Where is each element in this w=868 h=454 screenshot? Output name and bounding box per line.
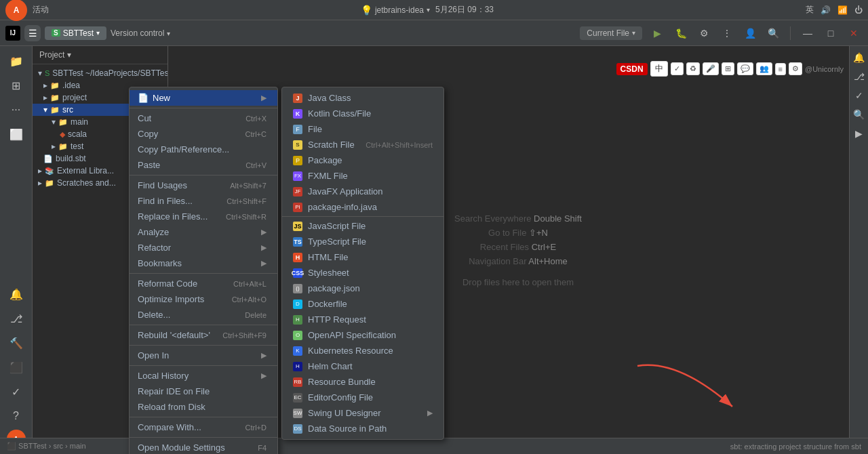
submenu-item-openapi[interactable]: O OpenAPI Specification: [282, 327, 443, 343]
volume-icon: 🔊: [821, 5, 831, 15]
menu-item-open-in[interactable]: Open In ▶: [130, 348, 277, 363]
debug-button[interactable]: 🐛: [672, 24, 690, 42]
submenu-item-resource-bundle[interactable]: RB Resource Bundle: [282, 374, 443, 390]
menu-item-bookmarks[interactable]: Bookmarks ▶: [130, 255, 277, 271]
submenu-item-editorconfig[interactable]: EC EditorConfig File: [282, 390, 443, 405]
submenu-item-docker[interactable]: D Dockerfile: [282, 296, 443, 312]
menu-item-local-history[interactable]: Local History ▶: [130, 368, 277, 384]
menu-item-refactor[interactable]: Refactor ▶: [130, 240, 277, 255]
csdn-users[interactable]: 👥: [756, 62, 772, 75]
run-button[interactable]: ▶: [648, 24, 667, 43]
pkginfo-icon: PI: [293, 203, 302, 212]
version-control-btn[interactable]: Version control ▾: [111, 28, 170, 38]
submenu-item-kotlin[interactable]: K Kotlin Class/File: [282, 106, 443, 121]
submenu-item-scratch[interactable]: S Scratch File Ctrl+Alt+Shift+Insert: [282, 137, 443, 152]
project-tab[interactable]: S SBTTest ▾: [45, 26, 106, 40]
csdn-chinese[interactable]: 中: [650, 61, 668, 77]
menu-item-repair-ide[interactable]: Repair IDE on File: [130, 384, 277, 399]
search-button[interactable]: 🔍: [764, 24, 782, 42]
menu-divider: [130, 417, 277, 417]
right-todo-btn[interactable]: ✓: [850, 87, 868, 104]
folder-icon: 📁: [50, 94, 60, 102]
sidebar-icon-help[interactable]: ?: [5, 405, 27, 427]
folder-collapse-icon: ▸: [43, 81, 47, 90]
menu-item-paste[interactable]: Paste Ctrl+V: [130, 157, 277, 173]
sidebar-icon-window[interactable]: ⬜: [5, 123, 27, 145]
submenu-item-datasource[interactable]: DS Data Source in Path: [282, 421, 443, 436]
menu-item-cut[interactable]: Cut Ctrl+X: [130, 110, 277, 126]
menu-item-module-settings[interactable]: Open Module Settings F4: [130, 440, 277, 454]
right-vcs-btn[interactable]: ⎇: [850, 68, 868, 85]
submenu-item-swing[interactable]: SW Swing UI Designer ▶: [282, 405, 443, 421]
user-button[interactable]: 👤: [741, 24, 759, 42]
menu-item-analyze[interactable]: Analyze ▶: [130, 224, 277, 240]
settings-button[interactable]: ⚙: [695, 24, 713, 42]
tree-label: .idea: [62, 81, 80, 90]
csdn-chat[interactable]: 💬: [737, 62, 753, 75]
scala-icon: ◆: [60, 130, 65, 139]
java-class-icon: J: [293, 94, 302, 103]
csdn-refresh[interactable]: ♻: [686, 62, 700, 75]
csdn-mic[interactable]: 🎤: [703, 62, 719, 75]
more-button[interactable]: ⋮: [718, 24, 736, 42]
menu-item-find-usages[interactable]: Find Usages Alt+Shift+7: [130, 178, 277, 193]
sidebar-icon-todo[interactable]: ✓: [5, 381, 27, 403]
sidebar-icon-build[interactable]: 🔨: [5, 332, 27, 354]
menu-item-copy-path[interactable]: Copy Path/Reference...: [130, 142, 277, 157]
tree-root[interactable]: ▾ S SBTTest ~/IdeaProjects/SBTTest: [33, 67, 167, 79]
tree-root-label: SBTTest ~/IdeaProjects/SBTTest: [52, 68, 167, 78]
submenu-item-http[interactable]: H HTTP Request: [282, 312, 443, 327]
menu-item-delete[interactable]: Delete... Delete: [130, 307, 277, 323]
distro-icon[interactable]: A: [5, 0, 27, 21]
project-header[interactable]: Project ▾: [33, 46, 167, 64]
menu-item-new[interactable]: 📄 New ▶: [130, 90, 277, 106]
submenu-item-fxml[interactable]: FX FXML File: [282, 168, 443, 184]
sidebar-icon-terminal[interactable]: ⬛: [5, 356, 27, 378]
submenu-item-js[interactable]: JS JavaScript File: [282, 218, 443, 234]
close-button[interactable]: ✕: [845, 24, 863, 42]
minimize-button[interactable]: —: [799, 24, 816, 42]
submenu-item-json[interactable]: {} package.json: [282, 281, 443, 296]
app-name: 💡 jetbrains-idea ▾: [361, 5, 430, 16]
menu-divider: [130, 365, 277, 366]
submenu-item-html[interactable]: H HTML File: [282, 249, 443, 265]
csdn-menu[interactable]: ≡: [775, 63, 786, 75]
menu-item-reformat[interactable]: Reformat Code Ctrl+Alt+L: [130, 276, 277, 291]
sidebar-icon-notification[interactable]: 🔔: [5, 283, 27, 305]
submenu-item-file[interactable]: F File: [282, 121, 443, 137]
menu-item-rebuild[interactable]: Rebuild '<default>' Ctrl+Shift+F9: [130, 327, 277, 343]
tree-label: Scratches and...: [57, 178, 116, 188]
csdn-check[interactable]: ✓: [671, 62, 684, 75]
submenu-arrow: ▶: [261, 228, 267, 236]
menu-item-find-files[interactable]: Find in Files... Ctrl+Shift+F: [130, 193, 277, 209]
menu-item-reload-disk[interactable]: Reload from Disk: [130, 399, 277, 415]
submenu-arrow: ▶: [261, 371, 267, 380]
csdn-logo[interactable]: CSDN: [616, 63, 648, 75]
submenu-item-ts[interactable]: TS TypeScript File: [282, 234, 443, 249]
submenu-item-k8s[interactable]: K Kubernetes Resource: [282, 343, 443, 358]
hamburger-button[interactable]: ☰: [24, 25, 41, 41]
css-icon: CSS: [293, 268, 302, 278]
csdn-grid[interactable]: ⊞: [722, 62, 734, 75]
current-file-button[interactable]: Current File ▾: [580, 26, 642, 40]
submenu-item-helm[interactable]: H Helm Chart: [282, 358, 443, 374]
menu-item-copy[interactable]: Copy Ctrl+C: [130, 126, 277, 142]
right-run-btn[interactable]: ▶: [850, 125, 868, 142]
sidebar-icon-layers[interactable]: ⊞: [5, 75, 27, 96]
submenu-item-css[interactable]: CSS Stylesheet: [282, 265, 443, 281]
csdn-settings[interactable]: ⚙: [789, 62, 802, 75]
sidebar-icon-git[interactable]: ⎇: [5, 308, 27, 329]
system-bar-left: A 活动: [5, 0, 49, 21]
right-find-btn[interactable]: 🔍: [850, 106, 868, 123]
submenu-item-java-class[interactable]: J Java Class: [282, 90, 443, 106]
maximize-button[interactable]: □: [822, 24, 840, 42]
submenu-item-package[interactable]: P Package: [282, 152, 443, 168]
submenu-item-javafx[interactable]: JF JavaFX Application: [282, 184, 443, 199]
menu-item-replace-files[interactable]: Replace in Files... Ctrl+Shift+R: [130, 209, 277, 224]
submenu-item-pkginfo[interactable]: PI package-info.java: [282, 199, 443, 215]
sidebar-icon-more[interactable]: ···: [5, 99, 27, 121]
right-notifications-btn[interactable]: 🔔: [850, 49, 868, 66]
menu-item-optimize[interactable]: Optimize Imports Ctrl+Alt+O: [130, 291, 277, 307]
menu-item-compare-with[interactable]: Compare With... Ctrl+D: [130, 419, 277, 435]
sidebar-icon-folder[interactable]: 📁: [5, 50, 27, 72]
